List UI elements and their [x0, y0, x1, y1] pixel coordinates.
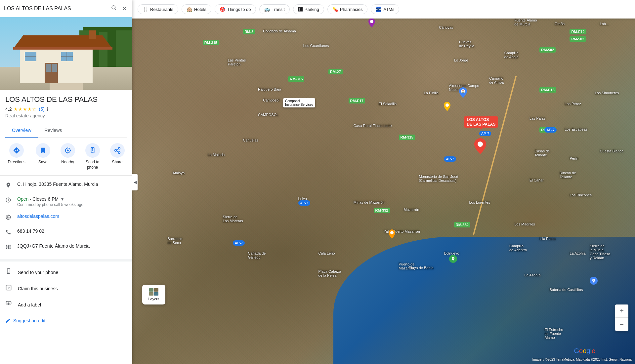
- divider: [0, 259, 132, 262]
- svg-rect-46: [8, 248, 9, 249]
- svg-point-34: [118, 152, 120, 154]
- filter-transit[interactable]: 🚌 Transit: [259, 4, 290, 14]
- action-buttons: Directions Save Nearby: [0, 138, 132, 176]
- review-count[interactable]: (5): [39, 106, 44, 112]
- svg-line-35: [116, 151, 118, 152]
- plus-code-row[interactable]: JQQJ+G7 Fuente Álamo de Murcia: [0, 240, 132, 255]
- nearby-pin-yellow[interactable]: [444, 102, 450, 112]
- insurance-popup: CamposolInsurance Services: [283, 98, 315, 107]
- map-label-lorentes: Los Lorentes: [469, 200, 490, 204]
- map-label-condado: Condado de Alhama: [263, 29, 296, 33]
- map-label-cuevas: Cuevasde Reyllo: [459, 40, 474, 48]
- map-label-guardianes: Los Guardianes: [303, 44, 329, 48]
- map-label-bateria: Batería de Castillitos: [550, 288, 583, 292]
- map-label-canovas: Cánovas: [439, 25, 453, 29]
- map-attribution: Imagery ©2023 TerraMetrica, Map data ©20…: [532, 358, 633, 361]
- claim-business-row[interactable]: Claim this business: [0, 280, 132, 297]
- map-label-rincon: Rincón deTallante: [560, 171, 576, 179]
- svg-point-55: [390, 231, 394, 234]
- layers-button[interactable]: Layers: [142, 285, 165, 304]
- map-label-leiva: Leiva: [298, 197, 307, 201]
- nearby-label: Nearby: [61, 160, 74, 165]
- map-area[interactable]: Condado de Alhama Los Guardianes Las Ven…: [132, 0, 635, 364]
- address-row[interactable]: C. Hinojo, 30335 Fuente Alamo, Murcia: [0, 178, 132, 193]
- map-label-los-perez: Los Pérez: [565, 102, 581, 106]
- map-label-finca-liarte: Casa Rural Finca Liarte: [354, 124, 392, 128]
- map-label-simonetes: Los Simonetes: [595, 91, 619, 95]
- layers-icon: [149, 288, 158, 296]
- search-bar: ✕: [0, 0, 132, 17]
- place-name: LOS ALTOS DE LAS PALAS: [5, 95, 127, 104]
- nearby-button[interactable]: Nearby: [61, 143, 75, 170]
- website-row[interactable]: altosdelaspalas.com: [0, 210, 132, 225]
- claim-business-icon: [5, 284, 13, 293]
- filter-parking[interactable]: 🅿 Parking: [293, 4, 324, 14]
- svg-rect-43: [8, 247, 9, 248]
- hours-row[interactable]: Open · Closes 6 PM ▾ Confirmed by phone …: [0, 193, 132, 210]
- svg-rect-47: [10, 248, 11, 249]
- layers-label: Layers: [148, 297, 159, 301]
- nearby-pin-orange[interactable]: [389, 229, 395, 240]
- phone-text: 683 14 79 02: [17, 228, 127, 234]
- send-to-phone-row[interactable]: Send to your phone: [0, 264, 132, 280]
- map-label-mazarron: Mazarrón: [404, 208, 419, 212]
- filter-pharmacies[interactable]: 💊 Pharmacies: [327, 4, 368, 14]
- road-label-rm315-3: RM-315: [399, 135, 415, 140]
- add-label-label: Add a label: [18, 302, 41, 307]
- svg-rect-45: [6, 248, 7, 249]
- tab-overview[interactable]: Overview: [5, 124, 38, 138]
- share-icon: [110, 143, 125, 158]
- road-label-rme12: RM-E12: [570, 29, 586, 34]
- zoom-in-button[interactable]: +: [615, 304, 628, 318]
- map-label-saladillo: El Saladillo: [379, 102, 397, 106]
- collapse-panel-button[interactable]: ◀: [132, 174, 138, 190]
- road-label-rm502-2: RM-502: [570, 36, 586, 42]
- directions-button[interactable]: Directions: [8, 143, 25, 170]
- suggest-edit-row[interactable]: Suggest an edit: [0, 314, 132, 327]
- map-label-pinilla: La Pinilla: [424, 91, 439, 95]
- svg-rect-19: [46, 64, 51, 72]
- add-label-row[interactable]: Add a label: [0, 297, 132, 313]
- filter-bar: 🍴 Restaurants 🏨 Hotels 🎯 Things to do 🚌 …: [132, 0, 635, 19]
- svg-rect-7: [107, 34, 116, 67]
- map-label-ventas: Las VentasParetón: [228, 58, 246, 66]
- map-label-camposol2: CAMPOSOL: [258, 113, 278, 117]
- send-to-phone-button[interactable]: Send to phone: [85, 143, 100, 170]
- website-text[interactable]: altosdelaspalas.com: [17, 214, 127, 219]
- svg-point-54: [370, 20, 373, 23]
- map-place-label: LOS ALTOSDE LAS PALAS: [464, 116, 498, 128]
- filter-atms[interactable]: 🏧 ATMs: [371, 4, 399, 14]
- close-button[interactable]: ✕: [121, 4, 128, 14]
- map-background: Condado de Alhama Los Guardianes Las Ven…: [132, 0, 635, 364]
- search-input[interactable]: [4, 6, 107, 12]
- main-place-pin[interactable]: [474, 138, 486, 155]
- send-to-phone-icon: [85, 143, 100, 158]
- star-rating: ★★★★☆: [14, 106, 37, 112]
- chevron-down-icon[interactable]: ▾: [61, 196, 64, 202]
- map-label-raiguero: Raiguero Bajo: [258, 87, 281, 91]
- map-label-playa-cabezo: Playa Cabezode la Pelea: [318, 269, 341, 277]
- nearby-pin-blue[interactable]: 🏠: [459, 87, 467, 99]
- svg-rect-39: [6, 245, 7, 246]
- svg-point-53: [445, 103, 449, 107]
- save-button[interactable]: Save: [36, 143, 50, 170]
- map-badge-blue: [590, 277, 598, 285]
- add-label-icon: [5, 301, 13, 309]
- map-label-monasterio: Monasterio de San José(Carmelitas Descal…: [419, 175, 458, 182]
- filter-hotels[interactable]: 🏨 Hotels: [182, 4, 211, 14]
- share-button[interactable]: Share: [110, 143, 125, 170]
- map-label-fuente-alamo: Fuente Álamode Murcia: [514, 18, 537, 26]
- phone-row[interactable]: 683 14 79 02: [0, 225, 132, 240]
- info-icon[interactable]: ℹ: [47, 106, 48, 112]
- filter-restaurants[interactable]: 🍴 Restaurants: [138, 4, 178, 14]
- search-button[interactable]: [109, 3, 118, 14]
- nearby-pin-purple[interactable]: [368, 18, 375, 29]
- svg-rect-40: [8, 245, 9, 246]
- hours-closes: · Closes 6 PM: [30, 196, 59, 202]
- zoom-out-button[interactable]: −: [615, 318, 628, 331]
- hours-confirmed: Confirmed by phone call 5 weeks ago: [17, 202, 127, 207]
- send-to-phone-row-label: Send to your phone: [18, 270, 58, 275]
- filter-things-to-do[interactable]: 🎯 Things to do: [215, 4, 256, 14]
- tab-reviews[interactable]: Reviews: [38, 124, 68, 138]
- save-label: Save: [38, 160, 47, 165]
